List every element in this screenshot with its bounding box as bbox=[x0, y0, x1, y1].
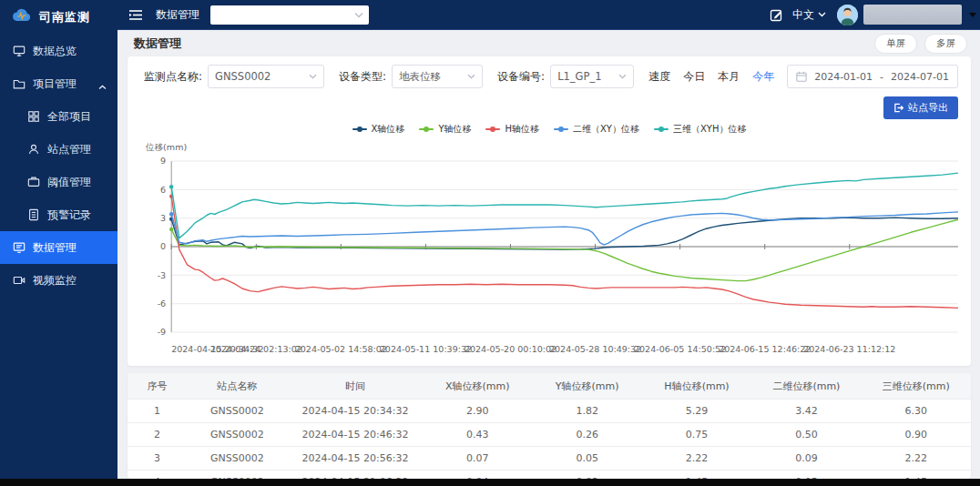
sidebar-item-5[interactable]: 预警记录 bbox=[0, 198, 117, 231]
table-cell: 0.09 bbox=[751, 447, 861, 471]
legend-item-1[interactable]: Y轴位移 bbox=[419, 123, 471, 136]
sidebar-item-label: 数据管理 bbox=[33, 240, 77, 256]
date-range-picker[interactable]: 2024-01-01 - 2024-07-01 bbox=[787, 65, 958, 88]
edit-icon[interactable] bbox=[770, 8, 783, 22]
bottom-black-bar bbox=[0, 479, 980, 486]
table-cell: 0.26 bbox=[532, 423, 641, 447]
x-tick-label: 2024-05-11 10:39:32 bbox=[380, 344, 472, 354]
table-row-3[interactable]: 4GNSS00022024-04-15 21:06:320.040.031.45… bbox=[128, 471, 971, 480]
screen-mode-button-1[interactable]: 多屏 bbox=[924, 34, 967, 54]
sidebar-item-3[interactable]: 站点管理 bbox=[0, 133, 117, 166]
monitor-point-label: 监测点名称: bbox=[144, 69, 202, 85]
quick-range-2[interactable]: 今年 bbox=[752, 69, 774, 85]
legend-item-3[interactable]: 二维（XY）位移 bbox=[554, 123, 639, 136]
topbar-project-select[interactable] bbox=[210, 5, 369, 25]
screen-mode-button-0[interactable]: 单屏 bbox=[874, 34, 917, 54]
monitor-icon bbox=[13, 45, 26, 57]
table-cell: 3 bbox=[128, 447, 187, 471]
x-tick-label: 2024-04-24 02:13:02 bbox=[210, 344, 302, 354]
legend-marker bbox=[485, 128, 500, 130]
device-type-select[interactable]: 地表位移 bbox=[392, 65, 483, 88]
date-start: 2024-01-01 bbox=[814, 71, 873, 83]
chart-card: 监测点名称: GNSS0002 设备类型: 地表位移 设备编号: L1_GP_1… bbox=[128, 56, 971, 366]
device-no-select[interactable]: L1_GP_1 bbox=[550, 65, 634, 88]
table-header-row: 序号站点名称时间X轴位移(mm)Y轴位移(mm)H轴位移(mm)二维位移(mm)… bbox=[128, 373, 971, 400]
sidebar-item-7[interactable]: 视频监控 bbox=[0, 264, 117, 297]
series-line bbox=[171, 173, 958, 238]
table-header-cell: 二维位移(mm) bbox=[751, 373, 861, 400]
station-export-button[interactable]: 站点导出 bbox=[883, 96, 958, 119]
legend-marker bbox=[554, 128, 568, 130]
table-row-0[interactable]: 1GNSS00022024-04-15 20:34:322.901.825.29… bbox=[128, 400, 971, 423]
sidebar-item-4[interactable]: 阈值管理 bbox=[0, 166, 117, 198]
legend-item-2[interactable]: H轴位移 bbox=[485, 123, 539, 136]
table-header-cell: H轴位移(mm) bbox=[642, 373, 751, 400]
table-cell: 2.22 bbox=[862, 447, 971, 471]
table-header-cell: 时间 bbox=[288, 373, 423, 400]
table-cell: 0.75 bbox=[642, 423, 751, 447]
device-no-label: 设备编号: bbox=[497, 69, 545, 85]
sidebar-item-label: 预警记录 bbox=[47, 208, 91, 223]
screen-mode-buttons: 单屏多屏 bbox=[874, 34, 967, 54]
table-cell: 2024-04-15 20:56:32 bbox=[288, 447, 423, 471]
sidebar-item-label: 站点管理 bbox=[47, 142, 91, 157]
table-cell: 5.29 bbox=[642, 400, 751, 423]
y-tick-label: -3 bbox=[158, 270, 167, 280]
username-redacted[interactable] bbox=[863, 5, 962, 25]
monitor-point-select[interactable]: GNSS0002 bbox=[208, 65, 324, 88]
sidebar-item-1[interactable]: 项目管理 bbox=[0, 67, 117, 100]
y-tick-label: 9 bbox=[160, 157, 166, 167]
table-header-cell: 站点名称 bbox=[187, 373, 288, 400]
date-end: 2024-07-01 bbox=[891, 71, 949, 83]
table-row-2[interactable]: 3GNSS00022024-04-15 20:56:320.070.052.22… bbox=[128, 447, 971, 471]
document-icon bbox=[27, 208, 40, 221]
collapse-menu-icon[interactable] bbox=[128, 9, 143, 21]
table-cell: 2024-04-15 20:46:32 bbox=[288, 423, 423, 447]
series-line bbox=[171, 218, 958, 249]
grid-icon bbox=[27, 110, 40, 123]
sidebar-item-label: 项目管理 bbox=[33, 76, 77, 92]
export-row: 站点导出 bbox=[128, 88, 971, 119]
x-tick-label: 2024-05-02 14:58:02 bbox=[295, 344, 387, 354]
legend-label: H轴位移 bbox=[505, 123, 539, 136]
table-cell: 3.42 bbox=[751, 400, 861, 423]
table-cell: GNSS0002 bbox=[187, 400, 288, 423]
y-tick-label: -6 bbox=[158, 299, 167, 309]
x-tick-label: 2024-06-05 14:50:52 bbox=[634, 344, 726, 354]
chevron-up-icon bbox=[98, 80, 107, 93]
table-cell: 0.50 bbox=[751, 423, 861, 447]
data-icon bbox=[13, 241, 26, 254]
table-cell: 1.45 bbox=[642, 471, 751, 480]
sidebar-item-0[interactable]: 数据总览 bbox=[0, 35, 117, 67]
table-header-cell: Y轴位移(mm) bbox=[532, 373, 641, 400]
legend-marker bbox=[352, 128, 367, 130]
table-cell: 2 bbox=[128, 423, 187, 447]
folder-icon bbox=[13, 77, 26, 90]
quick-range-1[interactable]: 本月 bbox=[718, 69, 740, 85]
app-logo: 司南监测 bbox=[0, 0, 117, 35]
legend-marker bbox=[419, 128, 434, 130]
quick-range-0[interactable]: 今日 bbox=[683, 69, 705, 85]
caret-down-icon[interactable] bbox=[969, 13, 976, 17]
app-title: 司南监测 bbox=[39, 9, 90, 25]
x-tick-label: 2024-06-15 12:46:22 bbox=[719, 344, 811, 354]
data-table: 序号站点名称时间X轴位移(mm)Y轴位移(mm)H轴位移(mm)二维位移(mm)… bbox=[128, 373, 971, 479]
y-tick-label: 3 bbox=[160, 213, 166, 223]
table-cell: 0.43 bbox=[423, 423, 532, 447]
table-row-1[interactable]: 2GNSS00022024-04-15 20:46:320.430.260.75… bbox=[128, 423, 971, 447]
date-separator: - bbox=[880, 71, 883, 83]
legend-label: 二维（XY）位移 bbox=[573, 123, 639, 136]
table-cell: 2.90 bbox=[423, 400, 532, 423]
legend-item-0[interactable]: X轴位移 bbox=[352, 123, 405, 136]
user-avatar[interactable] bbox=[837, 5, 858, 25]
table-cell: GNSS0002 bbox=[187, 471, 288, 480]
sidebar-item-2[interactable]: 全部项目 bbox=[0, 100, 117, 133]
table-cell: 0.05 bbox=[532, 447, 641, 471]
legend-marker bbox=[654, 128, 669, 130]
table-card: 序号站点名称时间X轴位移(mm)Y轴位移(mm)H轴位移(mm)二维位移(mm)… bbox=[128, 373, 971, 479]
sidebar-item-6[interactable]: 数据管理 bbox=[0, 231, 117, 264]
displacement-chart[interactable]: 位移(mm)9630-3-6-92024-04-15 20:34:322024-… bbox=[128, 137, 971, 370]
language-switcher[interactable]: 中文 bbox=[792, 7, 826, 23]
legend-item-4[interactable]: 三维（XYH）位移 bbox=[654, 123, 746, 136]
table-cell: 1.82 bbox=[532, 400, 641, 423]
